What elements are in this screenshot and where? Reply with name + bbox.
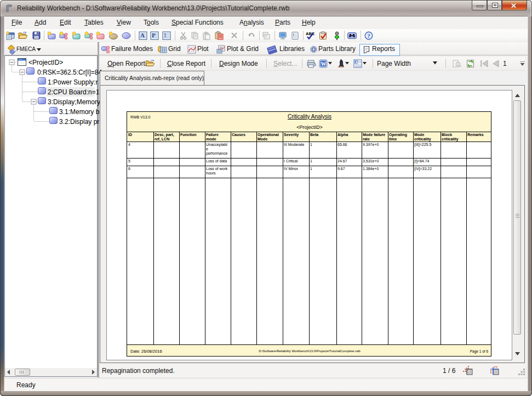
svg-text:ABC: ABC	[306, 31, 315, 36]
svg-text:W: W	[321, 61, 327, 67]
svg-text:P: P	[152, 32, 156, 38]
svg-text:A: A	[140, 32, 145, 38]
svg-text:A: A	[356, 60, 358, 64]
svg-text:?: ?	[367, 32, 370, 39]
svg-text:!: !	[164, 32, 167, 38]
